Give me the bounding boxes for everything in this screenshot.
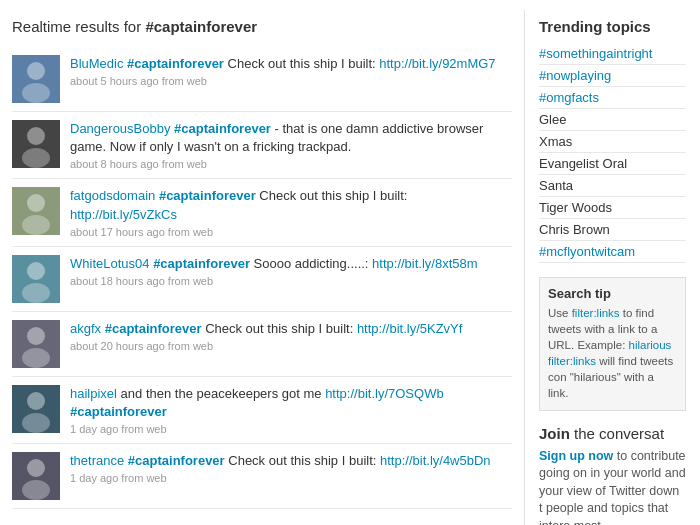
svg-point-1 [27, 62, 45, 80]
tweet-text: akgfx #captainforever Check out this shi… [70, 320, 512, 338]
avatar [12, 385, 60, 433]
svg-point-14 [22, 348, 50, 368]
tweet-body: DangerousBobby #captainforever - that is… [70, 120, 512, 170]
tweet-hashtag: #captainforever [70, 404, 167, 419]
join-section: Join the conversat Sign up now to contri… [539, 425, 686, 525]
svg-point-8 [22, 215, 50, 235]
avatar [12, 120, 60, 168]
tweet-link[interactable]: http://bit.ly/5vZkCs [70, 207, 177, 222]
search-tip-title: Search tip [548, 286, 677, 301]
svg-point-13 [27, 327, 45, 345]
tweet-username[interactable]: BluMedic [70, 56, 123, 71]
svg-point-11 [22, 283, 50, 303]
trending-item[interactable]: #mcflyontwitcam [539, 241, 686, 263]
tweet-username[interactable]: DangerousBobby [70, 121, 170, 136]
join-text: Sign up now to contribute going on in yo… [539, 448, 686, 525]
tweet-text: fatgodsdomain #captainforever Check out … [70, 187, 512, 223]
tweet-text: DangerousBobby #captainforever - that is… [70, 120, 512, 156]
tweet-text: thetrance #captainforever Check out this… [70, 452, 512, 470]
tweet-text: hailpixel and then the peacekeepers got … [70, 385, 512, 421]
svg-point-20 [22, 480, 50, 500]
tweet-hashtag[interactable]: #captainforever [127, 56, 224, 71]
trending-item[interactable]: #nowplaying [539, 65, 686, 87]
title-prefix: Realtime results for [12, 18, 145, 35]
tweet-link[interactable]: http://bit.ly/92mMG7 [379, 56, 495, 71]
tweet-username[interactable]: hailpixel [70, 386, 117, 401]
svg-point-7 [27, 194, 45, 212]
tweet-hashtag[interactable]: #captainforever [159, 188, 256, 203]
svg-point-5 [22, 148, 50, 168]
tweet-link[interactable]: http://bit.ly/5KZvYf [357, 321, 463, 336]
tweet-meta: about 18 hours ago from web [70, 275, 512, 287]
trending-link[interactable]: #mcflyontwitcam [539, 244, 635, 259]
sidebar: Trending topics #somethingaintright#nowp… [525, 10, 700, 525]
tweet-text-after: Check out this ship I built: [202, 321, 357, 336]
tweet-list: BluMedic #captainforever Check out this … [12, 47, 512, 509]
tweet-item: hailpixel and then the peacekeepers got … [12, 377, 512, 444]
svg-point-19 [27, 459, 45, 477]
tweet-text-after: Check out this ship I built: [256, 188, 408, 203]
title-hashtag: #captainforever [145, 18, 257, 35]
tweet-username[interactable]: akgfx [70, 321, 101, 336]
search-tip-box: Search tip Use filter:links to find twee… [539, 277, 686, 411]
trending-list: #somethingaintright#nowplaying#omgfactsG… [539, 43, 686, 263]
page-title: Realtime results for #captainforever [12, 18, 512, 35]
trending-link[interactable]: #somethingaintright [539, 46, 652, 61]
svg-point-16 [27, 392, 45, 410]
tweet-hashtag[interactable]: #captainforever [105, 321, 202, 336]
trending-item[interactable]: #omgfacts [539, 87, 686, 109]
tweet-body: thetrance #captainforever Check out this… [70, 452, 512, 500]
tweet-text: BluMedic #captainforever Check out this … [70, 55, 512, 73]
avatar [12, 320, 60, 368]
tweet-meta: about 17 hours ago from web [70, 226, 512, 238]
tweet-text-content: and then the peacekeepers got me [117, 386, 325, 401]
tweet-body: akgfx #captainforever Check out this shi… [70, 320, 512, 368]
tweet-meta: about 20 hours ago from web [70, 340, 512, 352]
tweet-body: WhiteLotus04 #captainforever Soooo addic… [70, 255, 512, 303]
tweet-username[interactable]: thetrance [70, 453, 124, 468]
svg-point-2 [22, 83, 50, 103]
tweet-item: DangerousBobby #captainforever - that is… [12, 112, 512, 179]
tweet-body: fatgodsdomain #captainforever Check out … [70, 187, 512, 237]
svg-point-17 [22, 413, 50, 433]
trending-link[interactable]: #nowplaying [539, 68, 611, 83]
tweet-link[interactable]: http://bit.ly/8xt58m [372, 256, 478, 271]
trending-label: Tiger Woods [539, 200, 612, 215]
tweet-body: hailpixel and then the peacekeepers got … [70, 385, 512, 435]
trending-item: Chris Brown [539, 219, 686, 241]
tweet-body: BluMedic #captainforever Check out this … [70, 55, 512, 103]
tweet-text-after: Check out this ship I built: [224, 56, 379, 71]
tweet-link[interactable]: http://bit.ly/7OSQWb [325, 386, 444, 401]
tweet-meta: about 5 hours ago from web [70, 75, 512, 87]
tweet-text-after: Soooo addicting.....: [250, 256, 372, 271]
trending-item: Glee [539, 109, 686, 131]
trending-label: Evangelist Oral [539, 156, 627, 171]
tweet-hashtag[interactable]: #captainforever [174, 121, 271, 136]
trending-item: Evangelist Oral [539, 153, 686, 175]
join-title: Join the conversat [539, 425, 686, 442]
tweet-item: WhiteLotus04 #captainforever Soooo addic… [12, 247, 512, 312]
trending-link[interactable]: #omgfacts [539, 90, 599, 105]
tweet-username[interactable]: WhiteLotus04 [70, 256, 150, 271]
hilarious-highlight: hilarious filter:links [548, 339, 671, 367]
signup-link[interactable]: Sign up now [539, 449, 613, 463]
trending-item: Santa [539, 175, 686, 197]
avatar [12, 187, 60, 235]
trending-label: Xmas [539, 134, 572, 149]
tweet-meta: about 8 hours ago from web [70, 158, 512, 170]
tweet-item: akgfx #captainforever Check out this shi… [12, 312, 512, 377]
trending-label: Chris Brown [539, 222, 610, 237]
tweet-meta: 1 day ago from web [70, 423, 512, 435]
tweet-hashtag[interactable]: #captainforever [128, 453, 225, 468]
tweet-text: WhiteLotus04 #captainforever Soooo addic… [70, 255, 512, 273]
tweet-text-after: Check out this ship I built: [225, 453, 380, 468]
svg-point-4 [27, 127, 45, 145]
trending-item[interactable]: #somethingaintright [539, 43, 686, 65]
tweet-link[interactable]: http://bit.ly/4w5bDn [380, 453, 491, 468]
tweet-hashtag[interactable]: #captainforever [153, 256, 250, 271]
tweet-item: thetrance #captainforever Check out this… [12, 444, 512, 509]
tweet-username[interactable]: fatgodsdomain [70, 188, 155, 203]
trending-title: Trending topics [539, 18, 686, 35]
search-tip-text: Use filter:links to find tweets with a l… [548, 305, 677, 402]
trending-label: Santa [539, 178, 573, 193]
